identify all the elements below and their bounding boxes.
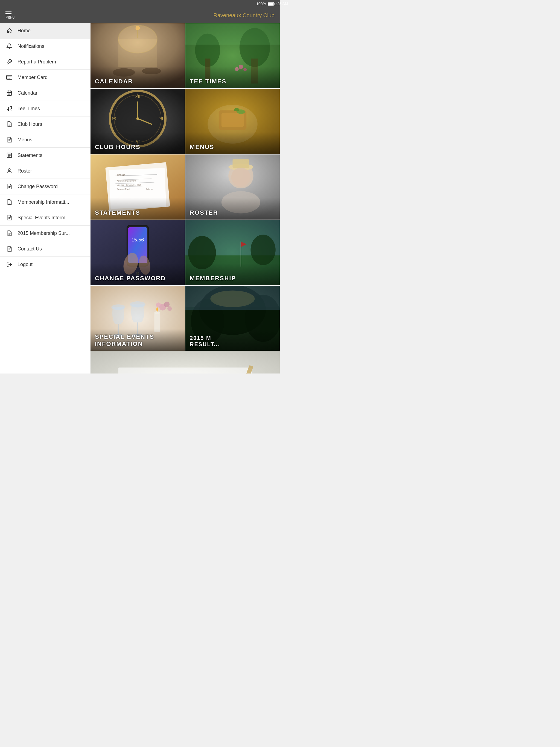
logout-icon <box>5 261 13 268</box>
status-time: 11:25 AM <box>272 2 280 6</box>
svg-text:Updated - January 01, 2017: Updated - January 01, 2017 <box>117 184 141 186</box>
sidebar-label-club-hours: Club Hours <box>18 121 42 127</box>
tile-club-hours[interactable]: XII III VI IX CLUB HOURS <box>90 88 185 154</box>
svg-point-115 <box>167 306 172 311</box>
tile-bg-contact-us <box>91 351 280 374</box>
sidebar-label-change-password: Change Password <box>18 184 58 189</box>
tile-statements[interactable]: Charge Amount Paid $0.00 Updated - Janua… <box>90 154 185 220</box>
sidebar-label-notifications: Notifications <box>18 44 44 49</box>
tile-roster[interactable]: ROSTER <box>185 154 280 220</box>
sidebar-label-member-card: Member Card <box>18 75 48 80</box>
tile-label-special-events: SPECIAL EVENTSINFORMATION <box>91 330 185 351</box>
tile-label-roster: ROSTER <box>185 206 280 220</box>
sidebar-label-statements: Statements <box>18 153 42 158</box>
sidebar-item-2015-survey[interactable]: 2015 Membership Sur... <box>0 226 90 241</box>
svg-text:15:56: 15:56 <box>131 237 144 242</box>
sidebar-item-contact-us[interactable]: Contact Us <box>0 241 90 257</box>
svg-rect-124 <box>119 367 252 374</box>
list-icon <box>5 152 13 159</box>
content-grid: CALENDAR <box>90 23 280 374</box>
sidebar: Home Notifications Report a Problem <box>0 23 90 374</box>
sidebar-label-special-events: Special Events Inform... <box>18 215 70 221</box>
person-icon <box>5 167 13 175</box>
sidebar-item-membership-info[interactable]: Membership Informati... <box>0 195 90 210</box>
calendar-icon: 30 <box>5 89 13 97</box>
sidebar-item-member-card[interactable]: Member Card <box>0 70 90 85</box>
tile-change-password[interactable]: 15:56 CHANGE PASSWORD <box>90 220 185 285</box>
sidebar-item-report-problem[interactable]: Report a Problem <box>0 54 90 70</box>
sidebar-label-calendar: Calendar <box>18 90 37 96</box>
svg-rect-46 <box>185 23 280 45</box>
svg-point-22 <box>8 169 10 171</box>
sidebar-item-club-hours[interactable]: Club Hours <box>0 117 90 132</box>
golf-icon <box>5 105 13 112</box>
svg-point-113 <box>164 302 170 307</box>
svg-rect-36 <box>118 39 157 67</box>
tile-label-statements: STATEMENTS <box>91 206 185 220</box>
sidebar-label-report-problem: Report a Problem <box>18 59 56 65</box>
tile-tee-times[interactable]: TEE TIMES <box>185 23 280 88</box>
wrench-icon <box>5 58 13 66</box>
svg-point-114 <box>156 302 161 307</box>
sidebar-item-tee-times[interactable]: Tee Times <box>0 101 90 117</box>
svg-rect-67 <box>222 113 244 127</box>
svg-point-122 <box>210 291 255 307</box>
svg-text:30: 30 <box>8 93 10 95</box>
sidebar-item-change-password[interactable]: Change Password <box>0 179 90 195</box>
main-layout: Home Notifications Report a Problem <box>0 23 280 374</box>
sidebar-item-roster[interactable]: Roster <box>0 163 90 179</box>
doc-icon-4 <box>5 198 13 206</box>
sidebar-label-tee-times: Tee Times <box>18 106 40 111</box>
svg-point-100 <box>251 235 275 265</box>
sidebar-item-statements[interactable]: Statements <box>0 148 90 163</box>
tile-label-tee-times: TEE TIMES <box>185 75 280 88</box>
svg-text:Amount Paid    $0.00: Amount Paid $0.00 <box>117 180 136 182</box>
sidebar-label-home: Home <box>18 28 31 34</box>
sidebar-label-menus: Menus <box>18 137 32 143</box>
tile-menus[interactable]: MENUS <box>185 88 280 154</box>
svg-rect-85 <box>233 159 249 168</box>
doc-icon-6 <box>5 229 13 237</box>
tile-contact-us[interactable]: CONTACT US <box>90 351 280 374</box>
tile-calendar[interactable]: CALENDAR <box>90 23 185 88</box>
svg-point-69 <box>234 108 239 111</box>
doc-icon-5 <box>5 214 13 222</box>
card-icon <box>5 74 13 81</box>
tile-label-menus: MENUS <box>185 140 280 154</box>
sidebar-label-roster: Roster <box>18 168 32 174</box>
header-title: Raveneaux Country Club <box>15 12 275 19</box>
home-icon <box>5 27 13 34</box>
sidebar-item-special-events[interactable]: Special Events Inform... <box>0 210 90 226</box>
tile-special-events[interactable]: SPECIAL EVENTSINFORMATION <box>90 285 185 351</box>
sidebar-item-calendar[interactable]: 30 Calendar <box>0 85 90 101</box>
doc-icon-7 <box>5 245 13 253</box>
app-header: MENU Raveneaux Country Club <box>0 8 280 23</box>
sidebar-item-notifications[interactable]: Notifications <box>0 38 90 54</box>
tile-2015-results[interactable]: 2015 MRESULT... <box>185 285 280 351</box>
sidebar-label-membership-info: Membership Informati... <box>18 199 69 205</box>
tile-label-club-hours: CLUB HOURS <box>91 140 185 154</box>
sidebar-label-2015-survey: 2015 Membership Sur... <box>18 231 70 236</box>
svg-point-86 <box>231 168 251 187</box>
tile-label-calendar: CALENDAR <box>91 75 185 88</box>
tile-label-membership: MEMBERSHIP <box>185 272 280 285</box>
doc-icon-2 <box>5 136 13 144</box>
doc-icon-1 <box>5 120 13 128</box>
svg-point-39 <box>135 26 140 30</box>
doc-icon-3 <box>5 183 13 190</box>
battery-percent: 100% <box>256 2 266 6</box>
sidebar-item-logout[interactable]: Logout <box>0 257 90 272</box>
hamburger-icon <box>5 11 11 15</box>
tile-membership[interactable]: MEMBERSHIP <box>185 220 280 285</box>
bell-icon <box>5 42 13 50</box>
svg-text:Charge: Charge <box>117 174 125 176</box>
tile-label-change-password: CHANGE PASSWORD <box>91 272 185 285</box>
svg-text:Balance: Balance <box>146 188 153 190</box>
status-bar: 11:25 AM 100% <box>0 0 280 8</box>
svg-point-63 <box>136 117 139 120</box>
sidebar-item-menus[interactable]: Menus <box>0 132 90 148</box>
sidebar-label-contact-us: Contact Us <box>18 246 42 252</box>
menu-label: MENU <box>6 16 15 19</box>
menu-button[interactable]: MENU <box>5 11 15 19</box>
sidebar-item-home[interactable]: Home <box>0 23 90 38</box>
